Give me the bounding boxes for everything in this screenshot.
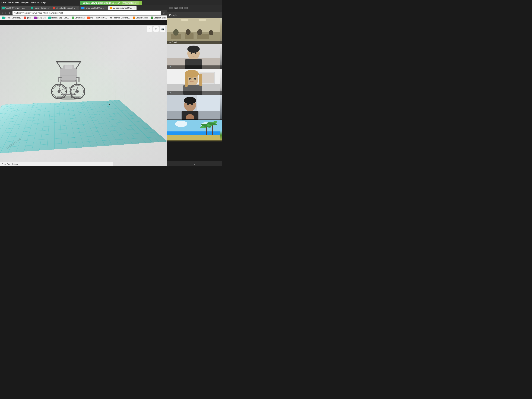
scroll-down-button[interactable]: ⌄ <box>167 161 222 166</box>
address-text: rcad.com/things/9dYNOwgRGZL-wheel-chair-… <box>14 12 63 14</box>
bookmark-ixl[interactable]: IXL - Pine Crest S... <box>86 16 108 19</box>
participant-ivy: Ivy Pisani <box>167 18 222 44</box>
participant-name-girl1: 🎤 <box>167 91 222 95</box>
svg-point-62 <box>173 29 178 36</box>
bookmark-icon-sheets <box>151 17 153 19</box>
svg-line-17 <box>54 86 55 87</box>
tab-icon-schoology2 <box>31 7 33 9</box>
mute-icon-girl1: 🎤 <box>169 91 171 94</box>
participants-list: Ivy Pisani <box>167 18 222 161</box>
tab-icon-tinkercad <box>110 7 112 9</box>
bookmark-backpack[interactable]: Backpack <box>33 16 47 19</box>
svg-rect-46 <box>58 77 59 82</box>
menu-people[interactable]: People <box>21 1 28 4</box>
canvas-toolbar: ⌂ □ 📷 <box>147 26 165 32</box>
menu-video[interactable]: ideo <box>1 1 6 4</box>
tab-gmail[interactable]: Inbox (571) - jesus.lauria@pin... × <box>51 6 80 10</box>
forward-button[interactable]: › <box>5 11 7 15</box>
more-icon[interactable] <box>184 7 188 9</box>
address-bar-row: ‹ › ↻ rcad.com/things/9dYNOwgRGZL-wheel-… <box>0 10 167 15</box>
svg-rect-40 <box>65 65 72 69</box>
svg-rect-47 <box>78 77 80 82</box>
address-bar[interactable]: rcad.com/things/9dYNOwgRGZL-wheel-chair-… <box>13 11 161 15</box>
tab-tinkercad[interactable]: 3D design Wheel Chair Projec... × <box>108 6 137 10</box>
svg-point-88 <box>194 78 196 80</box>
svg-rect-67 <box>199 19 206 21</box>
participant-name-boy1: 🎤 <box>167 65 222 69</box>
menu-bookmarks[interactable]: Bookmarks <box>8 1 19 4</box>
tab-label-boated: Florida Boat Ed Course <box>84 7 104 9</box>
menu-window[interactable]: Window <box>31 1 39 4</box>
grid-icon[interactable]: ⊞ <box>174 7 178 9</box>
tab-schoology1[interactable]: Weekly Overview | Schoology × <box>1 6 29 10</box>
snap-grid-value: 1.0 mm <box>12 163 19 165</box>
minimize-icon[interactable] <box>169 7 173 9</box>
toolbar-camera-icon[interactable]: 📷 <box>160 26 165 32</box>
svg-line-41 <box>57 63 61 69</box>
view-options-button[interactable]: View Options ▾ <box>122 1 139 5</box>
participant-name-ivy: Ivy Pisani <box>167 41 222 44</box>
bookmark-label-slides: Google Slides <box>136 17 148 19</box>
tab-boated[interactable]: Florida Boat Ed Course × <box>80 6 108 10</box>
people-panel: People <box>167 12 222 18</box>
tab-close-tinkercad[interactable]: × <box>133 7 135 9</box>
bookmark-reading-log[interactable]: Reading Log | Sch... <box>47 16 70 19</box>
svg-point-95 <box>187 103 189 105</box>
bookmark-icon-home <box>2 17 5 19</box>
snap-grid-chevron[interactable]: ▾ <box>20 163 21 165</box>
bookmark-program[interactable]: rcr Program Content ... <box>109 16 131 19</box>
menu-help[interactable]: Help <box>41 1 45 4</box>
tab-close-schoology1[interactable]: × <box>26 7 27 9</box>
bookmark-icon-ixl <box>87 17 90 19</box>
svg-point-96 <box>191 103 193 105</box>
wheelchair-model <box>44 53 93 102</box>
zoom-header: ⊞ <box>167 5 222 12</box>
star-button[interactable]: ☆ <box>162 11 166 15</box>
cursor <box>109 104 110 105</box>
zoom-header-icons: ⊞ <box>169 7 188 9</box>
back-button[interactable]: ‹ <box>1 11 4 15</box>
tab-schoology2[interactable]: Home | Schoology <box>29 6 51 10</box>
bookmark-label-sheets: Google Sheets <box>154 17 166 19</box>
svg-line-20 <box>54 96 55 97</box>
bookmark-label-program: rcr Program Content ... <box>110 17 130 19</box>
bookmark-icon-gmail <box>24 17 26 19</box>
toolbar-home-icon[interactable]: ⌂ <box>147 26 152 32</box>
tab-close-boated[interactable]: × <box>105 7 107 9</box>
bookmark-slides[interactable]: Google Slides <box>132 16 149 19</box>
view-options-label: View Options <box>123 2 135 4</box>
bookmark-label-home: Home | Schoology <box>5 17 21 19</box>
tab-label-schoology2: Home | Schoology <box>34 7 50 9</box>
bookmark-gmail[interactable]: gmail <box>23 16 32 19</box>
svg-line-29 <box>82 96 82 97</box>
snap-grid-label: Snap Grid <box>2 163 11 165</box>
tab-close-gmail[interactable]: × <box>76 7 78 9</box>
bookmark-commonlit[interactable]: CommonLit <box>70 16 86 19</box>
svg-point-74 <box>195 52 196 54</box>
tab-icon-schoology1 <box>2 7 5 9</box>
bookmark-home-schoology[interactable]: Home | Schoology <box>1 16 22 19</box>
browser-chrome: Weekly Overview | Schoology × Home | Sch… <box>0 5 167 20</box>
svg-point-12 <box>57 90 60 93</box>
bookmark-sheets[interactable]: Google Sheets <box>150 16 167 19</box>
bookmark-icon-reading <box>48 17 51 19</box>
svg-point-64 <box>197 29 202 35</box>
screen-share-banner: You are viewing jesus.lauria's screen Vi… <box>80 1 142 5</box>
participant-girl1: 🎤 <box>167 69 222 95</box>
bookmarks-bar: Home | Schoology gmail Backpack Reading … <box>0 15 167 20</box>
bookmark-label-backpack: Backpack <box>37 17 45 19</box>
refresh-button[interactable]: ↻ <box>8 11 12 15</box>
tab-label-schoology1: Weekly Overview | Schoology <box>5 7 25 9</box>
svg-rect-66 <box>181 19 188 21</box>
expand-icon[interactable] <box>179 7 183 9</box>
tinkercad-canvas[interactable]: tinkercad <box>0 25 167 166</box>
bookmark-icon-slides <box>133 17 135 19</box>
svg-line-54 <box>76 81 77 88</box>
bookmark-label-ixl: IXL - Pine Crest S... <box>90 17 107 19</box>
svg-line-42 <box>76 63 80 69</box>
participant-boy1: 🎤 <box>167 44 222 69</box>
zoom-sidebar: ⊞ People <box>167 5 222 166</box>
toolbar-shape-icon[interactable]: □ <box>153 26 159 32</box>
new-tab-button[interactable]: + <box>137 6 141 10</box>
svg-point-73 <box>190 52 192 54</box>
